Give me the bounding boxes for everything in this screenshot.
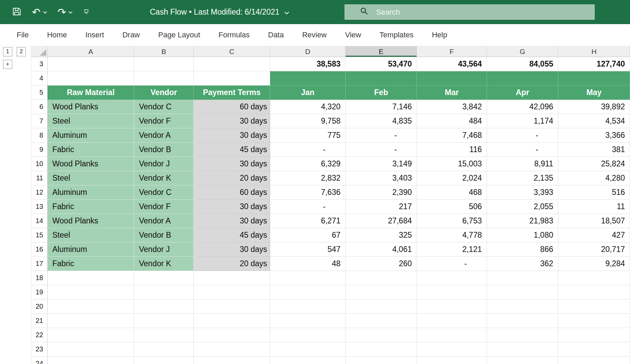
row-header-8[interactable]: 8: [31, 128, 48, 143]
cell-F18[interactable]: [417, 271, 487, 285]
cell-H23[interactable]: [558, 342, 630, 357]
cell-B15[interactable]: Vendor B: [134, 228, 194, 242]
undo-button[interactable]: ↶: [32, 7, 47, 17]
cell-H3[interactable]: 127,740: [558, 57, 630, 71]
cell-E22[interactable]: [346, 328, 417, 342]
cell-B4[interactable]: [134, 71, 194, 86]
cell-B21[interactable]: [134, 314, 194, 328]
cell-E11[interactable]: 3,403: [346, 171, 417, 185]
cell-F22[interactable]: [417, 328, 487, 342]
cell-G17[interactable]: 362: [487, 257, 558, 271]
row-header-22[interactable]: 22: [31, 328, 48, 342]
cell-G3[interactable]: 84,055: [487, 57, 558, 71]
cell-B11[interactable]: Vendor K: [134, 171, 194, 185]
cell-B7[interactable]: Vendor F: [134, 114, 194, 128]
cell-B24[interactable]: [134, 357, 194, 364]
cell-E9[interactable]: -: [346, 143, 417, 157]
cell-D8[interactable]: 775: [270, 128, 346, 143]
cell-F21[interactable]: [417, 314, 487, 328]
cell-E4[interactable]: [346, 71, 417, 86]
cell-G5[interactable]: Apr: [487, 86, 558, 100]
customize-toolbar-button[interactable]: [83, 9, 90, 16]
row-header-5[interactable]: 5: [31, 86, 48, 100]
cell-C11[interactable]: 20 days: [194, 171, 270, 185]
cell-D4[interactable]: [270, 71, 346, 86]
row-header-6[interactable]: 6: [31, 100, 48, 114]
cell-A3[interactable]: [48, 57, 134, 71]
row-header-18[interactable]: 18: [31, 271, 48, 285]
cell-D11[interactable]: 2,832: [270, 171, 346, 185]
cell-C18[interactable]: [194, 271, 270, 285]
cell-D24[interactable]: [270, 357, 346, 364]
cell-D17[interactable]: 48: [270, 257, 346, 271]
cell-F9[interactable]: 116: [417, 143, 487, 157]
cell-F10[interactable]: 15,003: [417, 157, 487, 171]
cell-A14[interactable]: Wood Planks: [48, 214, 134, 228]
row-header-15[interactable]: 15: [31, 228, 48, 242]
row-header-11[interactable]: 11: [31, 171, 48, 185]
cell-H7[interactable]: 4,534: [558, 114, 630, 128]
cell-C9[interactable]: 45 days: [194, 143, 270, 157]
cell-D22[interactable]: [270, 328, 346, 342]
column-header-A[interactable]: A: [48, 46, 134, 57]
cell-H13[interactable]: 11: [558, 200, 630, 214]
cell-B13[interactable]: Vendor F: [134, 200, 194, 214]
cell-G21[interactable]: [487, 314, 558, 328]
menu-tab-insert[interactable]: Insert: [76, 31, 113, 39]
cell-B23[interactable]: [134, 342, 194, 357]
cell-E8[interactable]: -: [346, 128, 417, 143]
cell-G13[interactable]: 2,055: [487, 200, 558, 214]
cell-D5[interactable]: Jan: [270, 86, 346, 100]
cell-F3[interactable]: 43,564: [417, 57, 487, 71]
cell-A5[interactable]: Raw Material: [48, 86, 134, 100]
cell-H8[interactable]: 3,366: [558, 128, 630, 143]
cell-G20[interactable]: [487, 299, 558, 314]
cell-E21[interactable]: [346, 314, 417, 328]
cell-E5[interactable]: Feb: [346, 86, 417, 100]
column-header-D[interactable]: D: [270, 46, 346, 57]
cell-B16[interactable]: Vendor J: [134, 242, 194, 257]
cell-A13[interactable]: Fabric: [48, 200, 134, 214]
column-header-E[interactable]: E: [346, 46, 417, 57]
menu-tab-data[interactable]: Data: [259, 31, 293, 39]
cell-G6[interactable]: 42,096: [487, 100, 558, 114]
cell-C10[interactable]: 30 days: [194, 157, 270, 171]
column-header-G[interactable]: G: [487, 46, 558, 57]
cell-G9[interactable]: -: [487, 143, 558, 157]
menu-tab-page-layout[interactable]: Page Layout: [149, 31, 210, 39]
column-header-H[interactable]: H: [558, 46, 630, 57]
cell-G12[interactable]: 3,393: [487, 185, 558, 200]
cell-H21[interactable]: [558, 314, 630, 328]
cell-G10[interactable]: 8,911: [487, 157, 558, 171]
column-header-C[interactable]: C: [194, 46, 270, 57]
cell-E15[interactable]: 325: [346, 228, 417, 242]
cell-B5[interactable]: Vendor: [134, 86, 194, 100]
cell-G22[interactable]: [487, 328, 558, 342]
column-header-F[interactable]: F: [417, 46, 487, 57]
cell-A9[interactable]: Fabric: [48, 143, 134, 157]
cell-B3[interactable]: [134, 57, 194, 71]
cell-G15[interactable]: 1,080: [487, 228, 558, 242]
cell-D10[interactable]: 6,329: [270, 157, 346, 171]
cell-B18[interactable]: [134, 271, 194, 285]
cell-H14[interactable]: 18,507: [558, 214, 630, 228]
cell-D14[interactable]: 6,271: [270, 214, 346, 228]
cell-F16[interactable]: 2,121: [417, 242, 487, 257]
cell-G4[interactable]: [487, 71, 558, 86]
cell-A8[interactable]: Aluminum: [48, 128, 134, 143]
cell-A10[interactable]: Wood Planks: [48, 157, 134, 171]
cell-A6[interactable]: Wood Planks: [48, 100, 134, 114]
row-header-14[interactable]: 14: [31, 214, 48, 228]
cell-H5[interactable]: May: [558, 86, 630, 100]
cell-C5[interactable]: Payment Terms: [194, 86, 270, 100]
cell-E12[interactable]: 2,390: [346, 185, 417, 200]
cell-A19[interactable]: [48, 285, 134, 299]
cell-E10[interactable]: 3,149: [346, 157, 417, 171]
cell-B12[interactable]: Vendor C: [134, 185, 194, 200]
cell-G11[interactable]: 2,135: [487, 171, 558, 185]
cell-G7[interactable]: 1,174: [487, 114, 558, 128]
cell-F7[interactable]: 484: [417, 114, 487, 128]
cell-H6[interactable]: 39,892: [558, 100, 630, 114]
cell-D7[interactable]: 9,758: [270, 114, 346, 128]
cell-A17[interactable]: Fabric: [48, 257, 134, 271]
